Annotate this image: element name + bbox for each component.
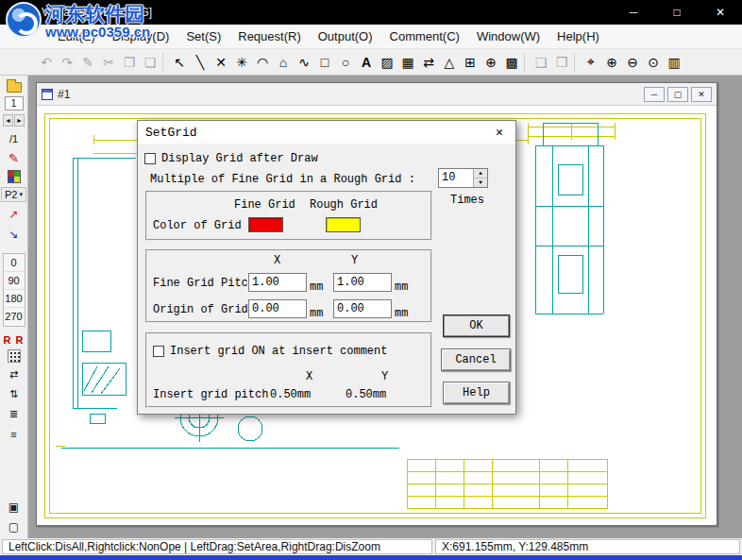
- drawing-window-titlebar[interactable]: #1 ─ ▢ ✕: [37, 83, 717, 106]
- x-header: X: [274, 254, 280, 267]
- text-icon[interactable]: A: [356, 52, 377, 73]
- insert-pitch-label: Insert grid pitch: [153, 388, 268, 401]
- cross-lines-icon[interactable]: ✕: [211, 52, 231, 73]
- export-icon[interactable]: ↘: [3, 226, 25, 242]
- zoom-window-icon[interactable]: ⌖: [581, 52, 601, 73]
- undo-icon[interactable]: ↶: [36, 52, 57, 73]
- open-folder-icon[interactable]: [7, 82, 22, 93]
- point-icon[interactable]: ✳: [231, 52, 252, 73]
- insert-y-header: Y: [381, 370, 388, 383]
- toolbar-separator: [524, 53, 529, 72]
- dimension-icon[interactable]: ⇄: [418, 52, 439, 73]
- multiple-value[interactable]: 10: [439, 169, 473, 187]
- menu-output[interactable]: Output(O): [310, 25, 381, 48]
- redo-icon[interactable]: ↷: [57, 52, 77, 73]
- application-window: Visual [BigDEMO.HG] ─ □ ✕ 河东软件园 www.pc03…: [0, 0, 742, 560]
- child-restore-button[interactable]: ▢: [667, 87, 688, 102]
- help-button[interactable]: Help: [443, 382, 510, 404]
- times-label: Times: [445, 194, 490, 207]
- toolbar-separator: [574, 53, 579, 72]
- display-grid-checkbox[interactable]: [144, 153, 156, 164]
- fine-grid-color-swatch[interactable]: [248, 217, 283, 232]
- menu-window[interactable]: Window(W): [468, 25, 548, 48]
- rough-grid-header: Rough Grid: [310, 198, 378, 212]
- close-button[interactable]: ✕: [699, 0, 742, 25]
- statusbar: LeftClick:DisAll,Rightclick:NonOpe | Lef…: [0, 538, 742, 555]
- dialog-titlebar[interactable]: SetGrid ✕: [138, 121, 515, 144]
- rough-grid-color-swatch[interactable]: [326, 217, 361, 232]
- ellipse-icon[interactable]: ○: [335, 52, 356, 73]
- dialog-close-icon[interactable]: ✕: [483, 121, 515, 144]
- horizontal-arrows-icon[interactable]: ⇄: [3, 366, 25, 382]
- next-page-icon[interactable]: ►: [14, 114, 25, 127]
- maximize-button[interactable]: □: [655, 0, 699, 25]
- drawing-window-title: #1: [58, 88, 70, 101]
- rectangle-icon[interactable]: □: [314, 52, 335, 73]
- color-of-grid-label: Color of Grid: [153, 219, 242, 232]
- insert-grid-checkbox[interactable]: [153, 346, 164, 357]
- origin-y-input[interactable]: [333, 299, 392, 318]
- insert-grid-label: Insert grid ON at insert comment: [170, 345, 387, 358]
- spinner-down-icon[interactable]: ▼: [474, 178, 487, 187]
- multiple-spinner[interactable]: 10 ▲ ▼: [438, 168, 488, 188]
- pan-icon[interactable]: ▥: [664, 52, 684, 73]
- child-close-button[interactable]: ✕: [691, 87, 712, 102]
- fine-pitch-y-input[interactable]: [333, 273, 392, 292]
- dot-grid-icon[interactable]: [8, 349, 21, 363]
- stamp-icon[interactable]: ✎: [3, 150, 25, 166]
- center-mark-icon[interactable]: ⊕: [481, 52, 501, 73]
- titlebar[interactable]: Visual [BigDEMO.HG] ─ □ ✕: [0, 0, 742, 25]
- grid-pattern-icon[interactable]: ▦: [397, 52, 418, 73]
- copy-icon[interactable]: ❐: [119, 52, 140, 73]
- triangle-icon[interactable]: △: [439, 52, 460, 73]
- fill-grid-icon[interactable]: ▩: [501, 52, 522, 73]
- hatch-icon[interactable]: ▨: [377, 52, 397, 73]
- zoom-fit-icon[interactable]: ⊙: [643, 52, 664, 73]
- arc-icon[interactable]: ◠: [252, 52, 273, 73]
- pen-icon[interactable]: ✎: [77, 52, 98, 73]
- menu-set[interactable]: Set(S): [177, 25, 229, 48]
- menu-edit[interactable]: Edit(E): [49, 25, 104, 48]
- cut-icon[interactable]: ✂: [98, 52, 119, 73]
- window-filled-icon[interactable]: ▣: [3, 499, 25, 515]
- list-lines-icon[interactable]: ≣: [3, 406, 25, 422]
- child-minimize-button[interactable]: ─: [644, 87, 665, 102]
- fine-pitch-x-input[interactable]: [248, 273, 307, 292]
- vertical-arrows-icon[interactable]: ⇅: [3, 386, 25, 402]
- spinner-up-icon[interactable]: ▲: [474, 169, 487, 178]
- cascade-window-icon[interactable]: ❒: [551, 52, 572, 73]
- menu-request[interactable]: Request(R): [229, 25, 309, 48]
- line-icon[interactable]: ╲: [190, 52, 211, 73]
- paste-icon[interactable]: ❏: [140, 52, 160, 73]
- mirror-text-button[interactable]: R R: [4, 334, 25, 346]
- window-title: Visual [BigDEMO.HG]: [42, 6, 152, 19]
- prev-page-icon[interactable]: ◄: [3, 114, 13, 127]
- angle-180[interactable]: 180: [4, 290, 25, 308]
- angle-0[interactable]: 0: [4, 254, 25, 272]
- select-arrow-icon[interactable]: ↖: [169, 52, 190, 73]
- minimize-button[interactable]: ─: [612, 0, 655, 25]
- menu-help[interactable]: Help(H): [548, 25, 608, 48]
- menu-display[interactable]: Display(D): [104, 25, 178, 48]
- spline-icon[interactable]: ∿: [294, 52, 314, 73]
- tile-window-icon[interactable]: ❑: [531, 52, 551, 73]
- mesh-icon[interactable]: ⊞: [460, 52, 481, 73]
- menu-lines-icon[interactable]: ≡: [3, 426, 25, 442]
- menu-comment[interactable]: Comment(C): [381, 25, 468, 48]
- origin-x-input[interactable]: [248, 299, 307, 318]
- insert-pitch-x-value: 0.50mm: [270, 388, 311, 401]
- page-number-field[interactable]: 1: [5, 96, 24, 110]
- window-outline-icon[interactable]: ▢: [3, 518, 25, 535]
- angle-90[interactable]: 90: [4, 272, 25, 290]
- polygon-icon[interactable]: ⌂: [273, 52, 294, 73]
- zoom-out-icon[interactable]: ⊖: [622, 52, 643, 73]
- layer-selector[interactable]: P2 ▾: [1, 187, 26, 202]
- cancel-button[interactable]: Cancel: [441, 348, 511, 371]
- ok-button[interactable]: OK: [443, 314, 510, 337]
- angle-270[interactable]: 270: [4, 308, 25, 326]
- insert-x-header: X: [306, 370, 312, 383]
- import-icon[interactable]: ↗: [3, 206, 25, 222]
- zoom-in-icon[interactable]: ⊕: [601, 52, 622, 73]
- color-palette-icon[interactable]: [8, 170, 21, 183]
- window-controls: ─ □ ✕: [612, 0, 742, 25]
